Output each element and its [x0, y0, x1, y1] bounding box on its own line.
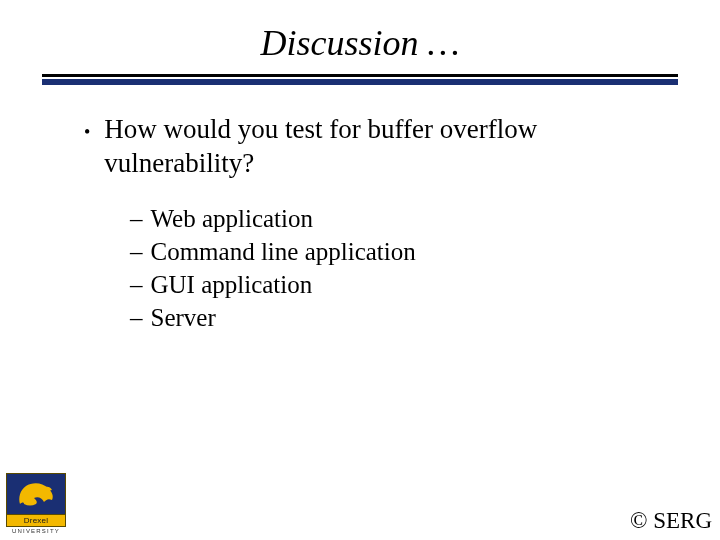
sub-item-text: Server: [151, 302, 216, 333]
sub-item-text: Web application: [151, 203, 314, 234]
slide: Discussion … • How would you test for bu…: [0, 0, 720, 540]
bullet-item: • How would you test for buffer overflow…: [84, 113, 660, 181]
logo-subtitle: UNIVERSITY: [6, 528, 66, 534]
university-logo: Drexel UNIVERSITY: [6, 473, 66, 534]
copyright-text: © SERG: [630, 508, 712, 534]
dash-icon: –: [130, 302, 143, 333]
content-area: • How would you test for buffer overflow…: [0, 85, 720, 334]
list-item: – Web application: [130, 203, 660, 234]
list-item: – Server: [130, 302, 660, 333]
sub-list: – Web application – Command line applica…: [130, 203, 660, 334]
dragon-icon: [14, 478, 58, 510]
list-item: – Command line application: [130, 236, 660, 267]
logo-emblem: [6, 473, 66, 515]
bullet-text: How would you test for buffer overflow v…: [104, 113, 660, 181]
dash-icon: –: [130, 236, 143, 267]
list-item: – GUI application: [130, 269, 660, 300]
title-rule: [42, 74, 678, 85]
slide-title: Discussion …: [0, 0, 720, 70]
dash-icon: –: [130, 269, 143, 300]
bullet-dot-icon: •: [84, 121, 90, 144]
dash-icon: –: [130, 203, 143, 234]
sub-item-text: Command line application: [151, 236, 416, 267]
logo-name: Drexel: [6, 515, 66, 527]
sub-item-text: GUI application: [151, 269, 313, 300]
